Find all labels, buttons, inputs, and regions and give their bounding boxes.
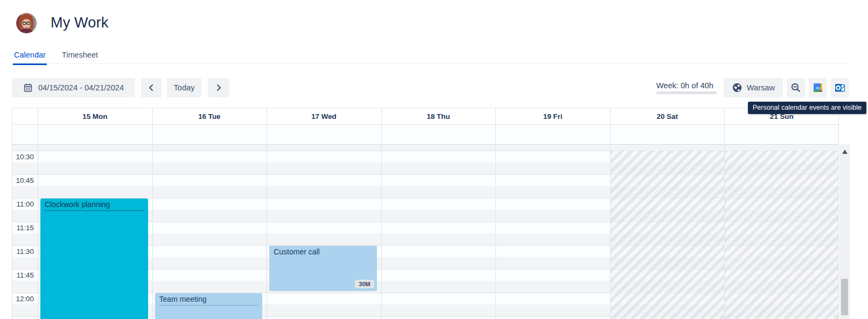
all-day-cell[interactable]: [267, 125, 381, 144]
calendar-week-view: 15 Mon16 Tue17 Wed18 Thu19 Fri20 Sat21 S…: [12, 108, 839, 319]
event[interactable]: Team meeting: [155, 293, 263, 319]
next-week-button[interactable]: [208, 78, 229, 97]
column-divider: [838, 108, 839, 319]
tabs-divider: [12, 63, 851, 64]
vertical-scrollbar[interactable]: [839, 144, 850, 319]
day-header: 18 Thu: [381, 112, 496, 120]
column-divider: [724, 108, 725, 319]
zoom-out-icon: [790, 82, 801, 93]
time-label: 10:45: [12, 176, 34, 185]
tab-calendar[interactable]: Calendar: [13, 51, 47, 65]
column-divider: [267, 108, 267, 319]
all-day-cell[interactable]: [381, 125, 496, 144]
toolbar-right: Week: 0h of 40h Warsaw: [656, 78, 849, 97]
outlook-toggle-button[interactable]: [831, 78, 849, 97]
calendar-grid[interactable]: 10:3010:4511:0011:1511:3011:4512:0012:15…: [12, 145, 839, 319]
globe-icon: [732, 82, 743, 93]
all-day-cell[interactable]: [152, 125, 267, 144]
time-label: 11:00: [12, 200, 34, 208]
column-divider: [152, 108, 153, 319]
event-title: Clockwork planning: [45, 200, 144, 209]
tabs: CalendarTimesheet: [13, 51, 99, 65]
day-header: 16 Tue: [152, 112, 267, 120]
google-calendar-badge: 31: [816, 86, 820, 90]
outlook-icon: [834, 82, 846, 94]
google-calendar-icon: 31: [812, 82, 824, 94]
chevron-right-icon: [215, 84, 222, 91]
partial-time-row: [12, 145, 839, 151]
day-header: 17 Wed: [267, 112, 381, 120]
day-header-row: 15 Mon16 Tue17 Wed18 Thu19 Fri20 Sat21 S…: [12, 108, 839, 125]
all-day-cell[interactable]: [610, 125, 725, 144]
calendar-icon: [23, 83, 33, 93]
event[interactable]: Clockwork planning: [40, 199, 148, 319]
event-title-underline: [45, 210, 144, 211]
time-label: 10:30: [12, 153, 34, 161]
google-calendar-toggle-button[interactable]: 31: [809, 78, 827, 97]
time-label: 11:15: [12, 224, 34, 232]
column-divider: [381, 108, 382, 319]
column-divider: [12, 108, 12, 319]
all-day-cell[interactable]: [724, 125, 839, 144]
column-divider: [610, 108, 611, 319]
chevron-left-icon: [148, 84, 155, 91]
date-range-button[interactable]: 04/15/2024 - 04/21/2024: [12, 78, 135, 97]
week-summary: Week: 0h of 40h: [656, 81, 717, 94]
day-header: 15 Mon: [38, 112, 152, 120]
timezone-button[interactable]: Warsaw: [724, 78, 783, 97]
column-divider: [495, 108, 496, 319]
today-button[interactable]: Today: [167, 78, 201, 97]
event-title: Customer call: [274, 247, 373, 256]
event-duration-badge: 30M: [355, 280, 374, 288]
date-range-label: 04/15/2024 - 04/21/2024: [38, 83, 124, 92]
event-title-underline: [159, 305, 258, 306]
all-day-cell[interactable]: [495, 125, 610, 144]
day-header: 20 Sat: [610, 112, 725, 120]
time-row[interactable]: 10:30: [12, 151, 839, 174]
time-label: 11:30: [12, 247, 34, 256]
my-work-page: My Work CalendarTimesheet 04/15/2024 - 0…: [0, 0, 868, 319]
week-progress-bar: [656, 91, 717, 94]
timezone-label: Warsaw: [747, 83, 775, 92]
event-title: Team meeting: [159, 295, 258, 303]
scrollbar-thumb[interactable]: [841, 279, 848, 315]
previous-week-button[interactable]: [141, 78, 162, 97]
time-row[interactable]: 10:45: [12, 174, 839, 198]
all-day-cell[interactable]: [38, 125, 152, 144]
avatar: [16, 13, 37, 33]
time-label: 11:45: [12, 271, 34, 279]
column-divider: [38, 108, 38, 319]
day-header: 19 Fri: [495, 112, 610, 120]
tab-timesheet[interactable]: Timesheet: [61, 51, 99, 65]
event[interactable]: Customer call30M: [269, 246, 377, 291]
scroll-up-arrow-icon[interactable]: [842, 150, 848, 154]
time-gutter-spacer: [12, 125, 38, 144]
time-label: 12:00: [12, 295, 34, 303]
avatar-photo: [16, 13, 37, 33]
zoom-out-button[interactable]: [787, 78, 805, 97]
page-title: My Work: [51, 15, 108, 31]
tooltip: Personal calendar events are visible: [748, 102, 866, 114]
all-day-row: [12, 125, 839, 145]
week-summary-text: Week: 0h of 40h: [656, 81, 713, 90]
